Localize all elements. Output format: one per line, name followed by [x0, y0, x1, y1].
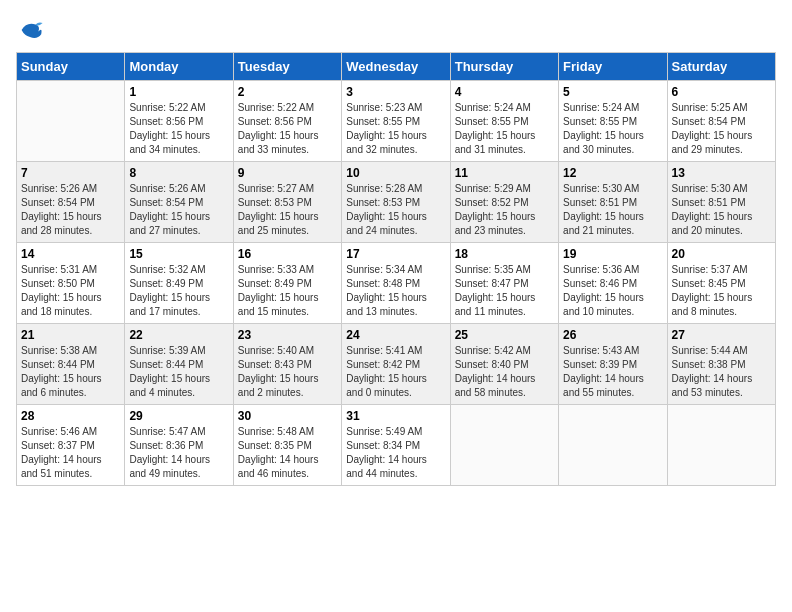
- weekday-header-wednesday: Wednesday: [342, 53, 450, 81]
- day-info: Sunrise: 5:27 AM Sunset: 8:53 PM Dayligh…: [238, 182, 337, 238]
- day-number: 7: [21, 166, 120, 180]
- day-info: Sunrise: 5:43 AM Sunset: 8:39 PM Dayligh…: [563, 344, 662, 400]
- calendar-cell: 7Sunrise: 5:26 AM Sunset: 8:54 PM Daylig…: [17, 162, 125, 243]
- calendar-cell: 25Sunrise: 5:42 AM Sunset: 8:40 PM Dayli…: [450, 324, 558, 405]
- day-number: 25: [455, 328, 554, 342]
- day-info: Sunrise: 5:25 AM Sunset: 8:54 PM Dayligh…: [672, 101, 771, 157]
- day-info: Sunrise: 5:47 AM Sunset: 8:36 PM Dayligh…: [129, 425, 228, 481]
- calendar-cell: 10Sunrise: 5:28 AM Sunset: 8:53 PM Dayli…: [342, 162, 450, 243]
- calendar-cell: 2Sunrise: 5:22 AM Sunset: 8:56 PM Daylig…: [233, 81, 341, 162]
- weekday-header-tuesday: Tuesday: [233, 53, 341, 81]
- calendar-cell: 27Sunrise: 5:44 AM Sunset: 8:38 PM Dayli…: [667, 324, 775, 405]
- weekday-header-thursday: Thursday: [450, 53, 558, 81]
- calendar-cell: 21Sunrise: 5:38 AM Sunset: 8:44 PM Dayli…: [17, 324, 125, 405]
- day-number: 31: [346, 409, 445, 423]
- day-info: Sunrise: 5:30 AM Sunset: 8:51 PM Dayligh…: [672, 182, 771, 238]
- weekday-header-saturday: Saturday: [667, 53, 775, 81]
- day-number: 27: [672, 328, 771, 342]
- day-info: Sunrise: 5:33 AM Sunset: 8:49 PM Dayligh…: [238, 263, 337, 319]
- day-number: 15: [129, 247, 228, 261]
- day-info: Sunrise: 5:22 AM Sunset: 8:56 PM Dayligh…: [238, 101, 337, 157]
- day-info: Sunrise: 5:34 AM Sunset: 8:48 PM Dayligh…: [346, 263, 445, 319]
- calendar-cell: [17, 81, 125, 162]
- day-number: 4: [455, 85, 554, 99]
- day-number: 1: [129, 85, 228, 99]
- day-number: 12: [563, 166, 662, 180]
- calendar-table: SundayMondayTuesdayWednesdayThursdayFrid…: [16, 52, 776, 486]
- calendar-cell: 5Sunrise: 5:24 AM Sunset: 8:55 PM Daylig…: [559, 81, 667, 162]
- calendar-cell: 29Sunrise: 5:47 AM Sunset: 8:36 PM Dayli…: [125, 405, 233, 486]
- calendar-cell: 8Sunrise: 5:26 AM Sunset: 8:54 PM Daylig…: [125, 162, 233, 243]
- day-info: Sunrise: 5:46 AM Sunset: 8:37 PM Dayligh…: [21, 425, 120, 481]
- day-number: 22: [129, 328, 228, 342]
- day-info: Sunrise: 5:44 AM Sunset: 8:38 PM Dayligh…: [672, 344, 771, 400]
- day-number: 20: [672, 247, 771, 261]
- day-number: 14: [21, 247, 120, 261]
- day-number: 8: [129, 166, 228, 180]
- day-info: Sunrise: 5:41 AM Sunset: 8:42 PM Dayligh…: [346, 344, 445, 400]
- day-number: 2: [238, 85, 337, 99]
- calendar-cell: [450, 405, 558, 486]
- calendar-cell: 22Sunrise: 5:39 AM Sunset: 8:44 PM Dayli…: [125, 324, 233, 405]
- day-number: 24: [346, 328, 445, 342]
- calendar-cell: 15Sunrise: 5:32 AM Sunset: 8:49 PM Dayli…: [125, 243, 233, 324]
- calendar-cell: 12Sunrise: 5:30 AM Sunset: 8:51 PM Dayli…: [559, 162, 667, 243]
- calendar-cell: 31Sunrise: 5:49 AM Sunset: 8:34 PM Dayli…: [342, 405, 450, 486]
- day-info: Sunrise: 5:28 AM Sunset: 8:53 PM Dayligh…: [346, 182, 445, 238]
- calendar-cell: 4Sunrise: 5:24 AM Sunset: 8:55 PM Daylig…: [450, 81, 558, 162]
- day-info: Sunrise: 5:48 AM Sunset: 8:35 PM Dayligh…: [238, 425, 337, 481]
- day-number: 18: [455, 247, 554, 261]
- day-number: 9: [238, 166, 337, 180]
- day-number: 10: [346, 166, 445, 180]
- day-number: 21: [21, 328, 120, 342]
- day-number: 5: [563, 85, 662, 99]
- weekday-header-sunday: Sunday: [17, 53, 125, 81]
- calendar-cell: 17Sunrise: 5:34 AM Sunset: 8:48 PM Dayli…: [342, 243, 450, 324]
- calendar-cell: 30Sunrise: 5:48 AM Sunset: 8:35 PM Dayli…: [233, 405, 341, 486]
- day-number: 19: [563, 247, 662, 261]
- calendar-cell: 9Sunrise: 5:27 AM Sunset: 8:53 PM Daylig…: [233, 162, 341, 243]
- day-number: 16: [238, 247, 337, 261]
- logo: [16, 16, 48, 44]
- day-number: 29: [129, 409, 228, 423]
- calendar-cell: 26Sunrise: 5:43 AM Sunset: 8:39 PM Dayli…: [559, 324, 667, 405]
- day-info: Sunrise: 5:31 AM Sunset: 8:50 PM Dayligh…: [21, 263, 120, 319]
- day-number: 11: [455, 166, 554, 180]
- calendar-cell: 11Sunrise: 5:29 AM Sunset: 8:52 PM Dayli…: [450, 162, 558, 243]
- day-info: Sunrise: 5:36 AM Sunset: 8:46 PM Dayligh…: [563, 263, 662, 319]
- day-info: Sunrise: 5:42 AM Sunset: 8:40 PM Dayligh…: [455, 344, 554, 400]
- calendar-week-row: 28Sunrise: 5:46 AM Sunset: 8:37 PM Dayli…: [17, 405, 776, 486]
- day-info: Sunrise: 5:40 AM Sunset: 8:43 PM Dayligh…: [238, 344, 337, 400]
- calendar-cell: 6Sunrise: 5:25 AM Sunset: 8:54 PM Daylig…: [667, 81, 775, 162]
- day-info: Sunrise: 5:23 AM Sunset: 8:55 PM Dayligh…: [346, 101, 445, 157]
- day-number: 26: [563, 328, 662, 342]
- calendar-cell: [559, 405, 667, 486]
- calendar-cell: 13Sunrise: 5:30 AM Sunset: 8:51 PM Dayli…: [667, 162, 775, 243]
- calendar-cell: 23Sunrise: 5:40 AM Sunset: 8:43 PM Dayli…: [233, 324, 341, 405]
- calendar-cell: 28Sunrise: 5:46 AM Sunset: 8:37 PM Dayli…: [17, 405, 125, 486]
- calendar-week-row: 1Sunrise: 5:22 AM Sunset: 8:56 PM Daylig…: [17, 81, 776, 162]
- calendar-week-row: 14Sunrise: 5:31 AM Sunset: 8:50 PM Dayli…: [17, 243, 776, 324]
- calendar-week-row: 7Sunrise: 5:26 AM Sunset: 8:54 PM Daylig…: [17, 162, 776, 243]
- day-number: 23: [238, 328, 337, 342]
- day-info: Sunrise: 5:37 AM Sunset: 8:45 PM Dayligh…: [672, 263, 771, 319]
- logo-bird-icon: [16, 16, 44, 44]
- calendar-week-row: 21Sunrise: 5:38 AM Sunset: 8:44 PM Dayli…: [17, 324, 776, 405]
- day-number: 17: [346, 247, 445, 261]
- day-info: Sunrise: 5:38 AM Sunset: 8:44 PM Dayligh…: [21, 344, 120, 400]
- day-number: 3: [346, 85, 445, 99]
- day-info: Sunrise: 5:24 AM Sunset: 8:55 PM Dayligh…: [563, 101, 662, 157]
- day-number: 28: [21, 409, 120, 423]
- day-info: Sunrise: 5:32 AM Sunset: 8:49 PM Dayligh…: [129, 263, 228, 319]
- calendar-cell: 14Sunrise: 5:31 AM Sunset: 8:50 PM Dayli…: [17, 243, 125, 324]
- page-header: [16, 16, 776, 44]
- calendar-header-row: SundayMondayTuesdayWednesdayThursdayFrid…: [17, 53, 776, 81]
- day-info: Sunrise: 5:35 AM Sunset: 8:47 PM Dayligh…: [455, 263, 554, 319]
- day-info: Sunrise: 5:39 AM Sunset: 8:44 PM Dayligh…: [129, 344, 228, 400]
- calendar-cell: 24Sunrise: 5:41 AM Sunset: 8:42 PM Dayli…: [342, 324, 450, 405]
- calendar-cell: 1Sunrise: 5:22 AM Sunset: 8:56 PM Daylig…: [125, 81, 233, 162]
- weekday-header-friday: Friday: [559, 53, 667, 81]
- calendar-cell: 16Sunrise: 5:33 AM Sunset: 8:49 PM Dayli…: [233, 243, 341, 324]
- calendar-cell: 3Sunrise: 5:23 AM Sunset: 8:55 PM Daylig…: [342, 81, 450, 162]
- calendar-cell: 19Sunrise: 5:36 AM Sunset: 8:46 PM Dayli…: [559, 243, 667, 324]
